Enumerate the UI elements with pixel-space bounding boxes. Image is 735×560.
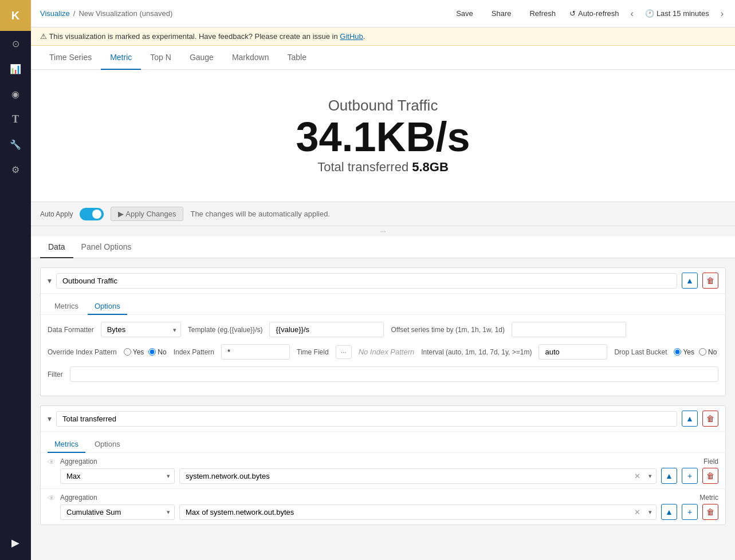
offset-input[interactable] — [512, 322, 626, 337]
tab-top-n[interactable]: Top N — [141, 46, 180, 70]
series-1-delete-button[interactable]: 🗑 — [702, 273, 718, 289]
nav-next-button[interactable]: › — [718, 6, 726, 21]
auto-apply-label: Auto Apply — [40, 210, 73, 218]
auto-refresh-button[interactable]: ↺ Auto-refresh — [569, 9, 619, 18]
viz-subtitle: Total transferred 5.8GB — [317, 160, 449, 175]
data-formatter-select[interactable]: Bytes Number Percent — [101, 322, 181, 337]
sidebar-play-button[interactable]: ▶ — [0, 530, 31, 555]
series-2-options-tab[interactable]: Options — [88, 436, 127, 453]
sidebar-item-settings[interactable]: ⚙ — [0, 157, 31, 182]
refresh-button[interactable]: Refresh — [525, 7, 560, 20]
aggregation-2-select[interactable]: Cumulative Sum Derivative Moving Average — [60, 504, 175, 520]
metric-2-add-button[interactable]: + — [682, 504, 698, 520]
apply-bar: Auto Apply ▶ Apply Changes The changes w… — [31, 202, 735, 226]
metric-1-delete-button[interactable]: 🗑 — [702, 468, 718, 484]
override-radio-group: Yes No — [124, 348, 167, 356]
series-1-chevron[interactable]: ▾ — [48, 276, 52, 285]
metric-2-label: Metric — [699, 494, 718, 502]
series-2-name-input[interactable] — [56, 411, 677, 427]
series-2-up-button[interactable]: ▲ — [682, 411, 698, 427]
metric-1-add-button[interactable]: + — [682, 468, 698, 484]
series-card-2: ▾ ▲ 🗑 Metrics Options 👁 Aggregation — [40, 405, 726, 525]
auto-refresh-label: Auto-refresh — [578, 9, 619, 18]
field-1-input[interactable] — [179, 468, 657, 484]
field-1-clear-button[interactable]: ✕ — [634, 472, 640, 480]
series-1-row-2: Override Index Pattern Yes No Index Patt… — [48, 344, 718, 360]
series-1-row-1: Data Formatter Bytes Number Percent Temp… — [48, 322, 718, 337]
github-link[interactable]: GitHub — [340, 32, 363, 41]
time-range-label: Last 15 minutes — [657, 9, 709, 18]
metric-1-up-button[interactable]: ▲ — [661, 468, 677, 484]
aggregation-2-label: Aggregation — [60, 494, 97, 502]
save-button[interactable]: Save — [451, 7, 478, 20]
series-2-metrics-tab[interactable]: Metrics — [48, 436, 85, 453]
index-pattern-label: Index Pattern — [174, 348, 214, 356]
sidebar-item-visualize[interactable]: 📊 — [0, 56, 31, 81]
filter-label: Filter — [48, 370, 63, 378]
metric-2-delete-button[interactable]: 🗑 — [702, 504, 718, 520]
field-1-label: Field — [703, 458, 718, 466]
drop-yes-radio[interactable] — [674, 348, 681, 356]
share-button[interactable]: Share — [487, 7, 516, 20]
breadcrumb-visualize-link[interactable]: Visualize — [40, 9, 70, 18]
breadcrumb-separator: / — [73, 9, 76, 18]
data-formatter-label: Data Formatter — [48, 326, 94, 334]
index-pattern-input[interactable] — [221, 344, 290, 360]
time-field-label: Time Field — [297, 348, 329, 356]
viz-preview: Outbound Traffic 34.1KB/s Total transfer… — [31, 70, 735, 202]
sidebar-item-dashboard[interactable]: ◉ — [0, 81, 31, 107]
sidebar-item-timelion[interactable]: T — [0, 107, 31, 132]
metric-2-eye-icon: 👁 — [48, 494, 56, 503]
nav-prev-button[interactable]: ‹ — [628, 6, 636, 21]
override-no-radio[interactable] — [148, 348, 156, 356]
series-2-chevron[interactable]: ▾ — [48, 414, 52, 423]
tab-time-series[interactable]: Time Series — [40, 46, 101, 70]
no-index-pattern-text: No Index Pattern — [359, 348, 415, 356]
topbar: Visualize / New Visualization (unsaved) … — [31, 0, 735, 27]
viz-subtitle-value: 5.8GB — [412, 160, 449, 174]
time-field-dots-button[interactable]: ··· — [336, 345, 352, 359]
series-1-options-tab[interactable]: Options — [88, 298, 127, 315]
drop-yes-label[interactable]: Yes — [674, 348, 694, 356]
override-no-label[interactable]: No — [148, 348, 166, 356]
tab-table[interactable]: Table — [278, 46, 316, 70]
series-1-metrics-tab[interactable]: Metrics — [48, 298, 85, 315]
series-2-sub-tabs: Metrics Options — [41, 432, 725, 453]
time-range-button[interactable]: 🕐 Last 15 minutes — [645, 9, 709, 18]
tab-markdown[interactable]: Markdown — [223, 46, 278, 70]
metric-2-clear-button[interactable]: ✕ — [634, 508, 640, 516]
series-2-delete-button[interactable]: 🗑 — [702, 411, 718, 427]
sidebar-item-devtools[interactable]: 🔧 — [0, 132, 31, 157]
aggregation-1-select[interactable]: Max Min Avg Sum — [60, 468, 175, 484]
override-yes-radio[interactable] — [124, 348, 131, 356]
panel-tab-data[interactable]: Data — [40, 236, 73, 258]
metric-2-input[interactable] — [179, 504, 657, 520]
sidebar-item-discover[interactable]: ⊙ — [0, 31, 31, 56]
tab-gauge[interactable]: Gauge — [180, 46, 223, 70]
main-content: Visualize / New Visualization (unsaved) … — [31, 0, 735, 560]
drop-no-label[interactable]: No — [699, 348, 717, 356]
filter-input[interactable] — [70, 366, 718, 382]
interval-label: Interval (auto, 1m, 1d, 7d, 1y, >=1m) — [421, 348, 532, 356]
refresh-icon: ↺ — [569, 9, 576, 18]
panel-tab-panel-options[interactable]: Panel Options — [73, 236, 140, 258]
series-2-header: ▾ ▲ 🗑 — [41, 406, 725, 432]
data-formatter-select-wrapper: Bytes Number Percent — [101, 322, 181, 337]
series-1-up-button[interactable]: ▲ — [682, 273, 698, 289]
apply-changes-button[interactable]: ▶ Apply Changes — [111, 207, 183, 221]
drop-no-radio[interactable] — [699, 348, 706, 356]
interval-input[interactable] — [539, 344, 607, 360]
viz-type-tabs: Time Series Metric Top N Gauge Markdown … — [31, 46, 735, 70]
topbar-actions: Save Share Refresh ↺ Auto-refresh ‹ 🕐 La… — [451, 6, 726, 21]
breadcrumb: Visualize / New Visualization (unsaved) — [40, 9, 447, 18]
auto-apply-toggle[interactable] — [80, 208, 104, 220]
template-input[interactable] — [269, 322, 384, 337]
logo[interactable]: K — [0, 0, 31, 31]
metric-2-up-button[interactable]: ▲ — [661, 504, 677, 520]
series-1-name-input[interactable] — [56, 273, 677, 289]
tab-metric[interactable]: Metric — [101, 46, 141, 70]
aggregation-1-label: Aggregation — [60, 458, 97, 466]
override-yes-label[interactable]: Yes — [124, 348, 144, 356]
series-1-row-3: Filter — [48, 366, 718, 382]
drag-handle[interactable]: ··· — [31, 226, 735, 236]
